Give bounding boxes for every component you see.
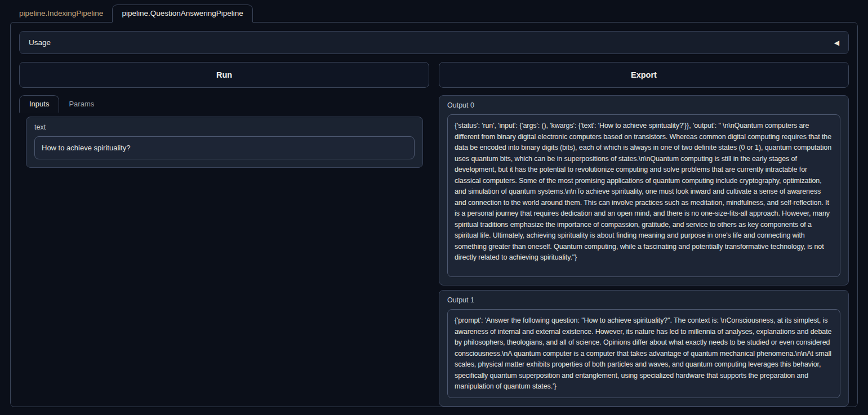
output-0-label: Output 0 xyxy=(447,101,840,109)
tab-inputs[interactable]: Inputs xyxy=(19,95,59,113)
inputs-params-tab-bar: Inputs Params xyxy=(19,95,429,113)
tab-question-answering-pipeline[interactable]: pipeline.QuestionAnsweringPipeline xyxy=(112,5,252,23)
usage-accordion-header[interactable]: Usage ◀ xyxy=(19,31,849,54)
accordion-collapse-triangle-icon[interactable]: ◀ xyxy=(834,39,839,46)
inputs-panel: text xyxy=(26,117,423,168)
tab-indexing-pipeline[interactable]: pipeline.IndexingPipeline xyxy=(10,5,112,22)
input-column: Run Inputs Params text xyxy=(19,62,429,407)
output-1-label: Output 1 xyxy=(447,296,840,304)
content-columns: Run Inputs Params text Export Output 0 {… xyxy=(19,62,849,407)
tab-params[interactable]: Params xyxy=(59,96,104,113)
run-button[interactable]: Run xyxy=(19,62,429,88)
output-1-card: Output 1 {'prompt': 'Answer the followin… xyxy=(439,290,849,407)
export-button[interactable]: Export xyxy=(439,62,849,88)
usage-accordion-label: Usage xyxy=(29,38,51,47)
text-input[interactable] xyxy=(34,136,415,159)
output-column: Export Output 0 {'status': 'run', 'input… xyxy=(439,62,849,407)
output-0-textbox[interactable]: {'status': 'run', 'input': {'args': (), … xyxy=(447,114,840,277)
pipeline-panel: Usage ◀ Run Inputs Params text Export Ou… xyxy=(10,22,858,407)
pipeline-tab-bar: pipeline.IndexingPipeline pipeline.Quest… xyxy=(0,0,868,22)
output-0-card: Output 0 {'status': 'run', 'input': {'ar… xyxy=(439,95,849,285)
text-field-label: text xyxy=(34,123,415,131)
output-1-textbox[interactable]: {'prompt': 'Answer the following questio… xyxy=(447,309,840,398)
